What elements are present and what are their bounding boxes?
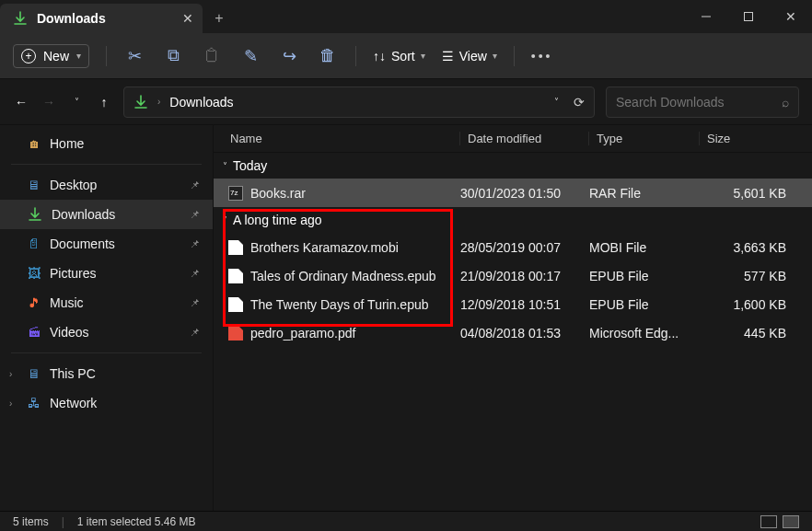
tab-label: Downloads	[37, 11, 106, 26]
new-tab-button[interactable]: +	[203, 4, 236, 33]
expand-icon[interactable]: ›	[9, 369, 12, 379]
file-size: 577 KB	[700, 269, 812, 283]
sidebar-item-desktop[interactable]: 🖥︎ Desktop 📌︎	[0, 170, 213, 200]
pin-icon: 📌︎	[190, 268, 200, 279]
sort-label: Sort	[391, 49, 415, 63]
close-tab-icon[interactable]: ✕	[182, 11, 193, 26]
sidebar-item-pictures[interactable]: 🖼︎ Pictures 📌︎	[0, 259, 213, 288]
pin-icon: 📌︎	[190, 327, 200, 338]
file-row[interactable]: The Twenty Days of Turin.epub 12/09/2018…	[214, 290, 812, 318]
pdf-icon	[228, 326, 243, 341]
sidebar-item-videos[interactable]: 🎬︎ Videos 📌︎	[0, 317, 213, 347]
sidebar-item-label: Desktop	[50, 178, 97, 192]
file-date: 28/05/2019 00:07	[460, 240, 589, 255]
separator	[514, 46, 515, 66]
new-button[interactable]: + New ▾	[13, 44, 89, 68]
downloads-icon	[13, 11, 28, 26]
window-controls: ✕	[685, 0, 812, 33]
file-name: Brothers Karamazov.mobi	[250, 240, 399, 255]
address-text: Downloads	[169, 95, 233, 110]
sidebar-item-label: Documents	[50, 237, 115, 251]
command-toolbar: + New ▾ ✂ ⧉ 📋︎ ✎ ↪ 🗑︎ ↑↓ Sort ▾ ☰ View ▾…	[0, 33, 812, 79]
sidebar-item-music[interactable]: 🎵︎ Music 📌︎	[0, 288, 213, 317]
more-button[interactable]: •••	[531, 49, 553, 63]
file-size: 1,600 KB	[700, 297, 812, 312]
pin-icon: 📌︎	[190, 209, 200, 220]
navigation-bar: ← → ˅ ↑ › Downloads ˅ ⟳ ⌕	[0, 79, 812, 125]
cut-icon[interactable]: ✂	[123, 46, 145, 66]
separator	[11, 164, 202, 165]
chevron-down-icon: ˅	[223, 161, 227, 171]
column-date[interactable]: Date modified	[460, 132, 589, 145]
item-count: 5 items	[13, 515, 49, 528]
forward-button[interactable]: →	[41, 95, 57, 110]
sidebar-item-downloads[interactable]: Downloads 📌︎	[0, 200, 213, 229]
pc-icon: 🖥︎	[28, 366, 41, 381]
group-label: Today	[233, 158, 267, 173]
sidebar-item-thispc[interactable]: › 🖥︎ This PC	[0, 359, 213, 388]
expand-icon[interactable]: ›	[9, 398, 12, 409]
file-row[interactable]: Books.rar 30/01/2023 01:50 RAR File 5,60…	[214, 179, 812, 207]
sidebar-item-network[interactable]: › 🖧︎ Network	[0, 388, 213, 418]
close-window-button[interactable]: ✕	[770, 0, 812, 33]
file-name: pedro_paramo.pdf	[250, 326, 355, 341]
column-size[interactable]: Size	[700, 132, 812, 145]
group-label: A long time ago	[233, 213, 322, 227]
group-header[interactable]: ˅ A long time ago	[214, 207, 812, 233]
sidebar-item-label: Pictures	[50, 266, 97, 281]
view-icon: ☰	[442, 49, 454, 63]
back-button[interactable]: ←	[13, 95, 29, 110]
file-size: 445 KB	[700, 326, 812, 341]
tab-downloads[interactable]: Downloads ✕	[0, 4, 203, 33]
search-icon[interactable]: ⌕	[782, 95, 789, 110]
column-name[interactable]: Name	[223, 132, 460, 145]
file-type: Microsoft Edg...	[589, 326, 700, 341]
chevron-down-icon: ▾	[421, 51, 425, 61]
view-label: View	[459, 49, 487, 63]
navigation-pane: 🏠︎ Home 🖥︎ Desktop 📌︎ Downloads 📌︎ 📄︎ Do…	[0, 125, 214, 511]
rename-icon[interactable]: ✎	[239, 46, 261, 66]
refresh-button[interactable]: ⟳	[574, 95, 585, 110]
sidebar-item-label: This PC	[50, 366, 96, 381]
paste-icon[interactable]: 📋︎	[201, 46, 223, 65]
file-date: 21/09/2018 00:17	[460, 269, 589, 283]
file-type: EPUB File	[589, 269, 700, 283]
search-input[interactable]	[616, 95, 782, 110]
recent-locations-button[interactable]: ˅	[68, 97, 85, 107]
sidebar-item-label: Downloads	[52, 207, 115, 222]
file-size: 5,601 KB	[700, 186, 812, 201]
search-box[interactable]: ⌕	[606, 87, 799, 118]
group-header[interactable]: ˅ Today	[214, 153, 812, 179]
sidebar-item-label: Home	[50, 136, 84, 151]
minimize-button[interactable]	[685, 0, 727, 33]
separator	[355, 46, 356, 66]
pin-icon: 📌︎	[190, 179, 200, 190]
sidebar-item-documents[interactable]: 📄︎ Documents 📌︎	[0, 229, 213, 259]
sidebar-item-label: Music	[50, 295, 84, 310]
file-row[interactable]: pedro_paramo.pdf 04/08/2018 01:53 Micros…	[214, 318, 812, 347]
view-button[interactable]: ☰ View ▾	[442, 49, 497, 63]
thumbnails-view-toggle[interactable]	[783, 515, 799, 528]
column-type[interactable]: Type	[589, 132, 700, 145]
copy-icon[interactable]: ⧉	[162, 46, 184, 65]
file-name: The Twenty Days of Turin.epub	[250, 297, 429, 312]
share-icon[interactable]: ↪	[278, 46, 300, 66]
sort-icon: ↑↓	[373, 49, 386, 63]
file-row[interactable]: Tales of Ordinary Madness.epub 21/09/201…	[214, 261, 812, 290]
sidebar-item-home[interactable]: 🏠︎ Home	[0, 129, 213, 158]
address-bar[interactable]: › Downloads ˅ ⟳	[123, 87, 595, 118]
plus-icon: +	[21, 49, 36, 63]
file-row[interactable]: Brothers Karamazov.mobi 28/05/2019 00:07…	[214, 233, 812, 261]
up-button[interactable]: ↑	[96, 95, 112, 110]
chevron-down-icon[interactable]: ˅	[554, 97, 559, 107]
delete-icon[interactable]: 🗑︎	[317, 46, 339, 65]
file-icon	[228, 297, 243, 312]
downloads-icon	[28, 207, 42, 222]
maximize-button[interactable]	[727, 0, 770, 33]
pin-icon: 📌︎	[190, 238, 200, 249]
sort-button[interactable]: ↑↓ Sort ▾	[373, 49, 425, 63]
details-view-toggle[interactable]	[760, 515, 777, 528]
chevron-down-icon: ▾	[76, 51, 81, 61]
documents-icon: 📄︎	[28, 237, 41, 251]
selection-info: 1 item selected 5.46 MB	[77, 515, 196, 528]
